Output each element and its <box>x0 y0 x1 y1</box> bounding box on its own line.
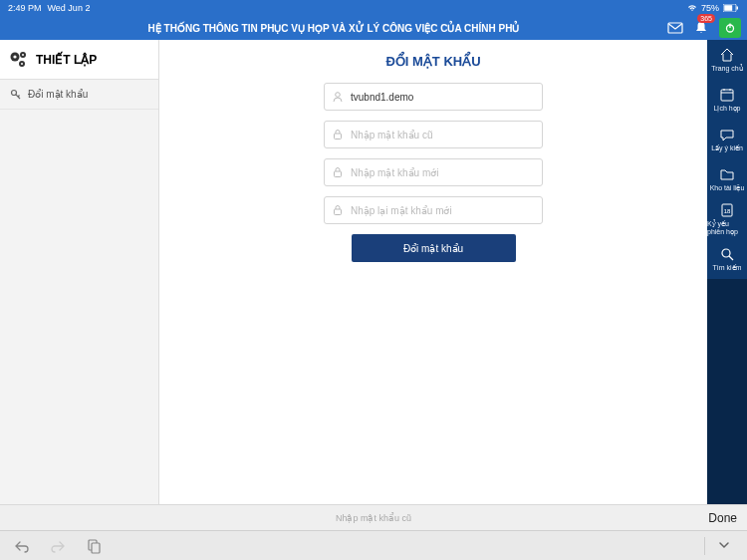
lock-icon <box>325 204 351 216</box>
username-input[interactable] <box>351 92 542 103</box>
hint-text: Nhập mật khẩu cũ <box>0 513 747 523</box>
power-button[interactable] <box>719 18 741 38</box>
main-content: ĐỔI MẬT KHẨU Đổi mật khẩu <box>159 40 707 504</box>
status-time: 2:49 PM <box>8 3 42 13</box>
svg-text:18: 18 <box>724 208 731 214</box>
rail-label: Tìm kiếm <box>713 264 742 272</box>
app-title: HỆ THỐNG THÔNG TIN PHỤC VỤ HỌP VÀ XỬ LÝ … <box>0 23 667 34</box>
folder-icon <box>719 166 735 182</box>
svg-point-9 <box>22 54 24 56</box>
svg-rect-16 <box>335 134 342 140</box>
right-rail: Trang chủ Lịch họp Lấy ý kiến Kho tài li… <box>707 40 747 504</box>
submit-button[interactable]: Đổi mật khẩu <box>352 234 516 262</box>
sidebar-title: THIẾT LẬP <box>36 53 97 67</box>
mail-icon[interactable] <box>667 20 683 36</box>
bell-icon[interactable]: 365 <box>693 20 709 36</box>
svg-point-15 <box>336 93 341 98</box>
hint-bar: Nhập mật khẩu cũ Done <box>0 504 747 530</box>
svg-point-11 <box>21 63 23 65</box>
chat-icon <box>719 127 735 142</box>
svg-rect-28 <box>92 543 100 553</box>
rail-label: Kỷ yếu phiên họp <box>707 220 747 236</box>
home-icon <box>719 47 735 63</box>
svg-line-26 <box>729 256 733 260</box>
battery-percent: 75% <box>701 3 719 13</box>
svg-rect-19 <box>721 90 733 101</box>
notification-badge: 365 <box>697 14 715 23</box>
new-password-input[interactable] <box>351 167 542 178</box>
new-password-field-wrapper <box>324 158 543 186</box>
rail-item-calendar[interactable]: Lịch họp <box>707 80 747 120</box>
svg-line-14 <box>18 95 20 97</box>
rail-label: Lấy ý kiến <box>711 144 743 152</box>
rail-spacer <box>707 279 747 504</box>
app-header: HỆ THỐNG THÔNG TIN PHỤC VỤ HỌP VÀ XỬ LÝ … <box>0 16 747 40</box>
bottom-toolbar <box>0 530 747 560</box>
rail-label: Lịch họp <box>713 105 740 113</box>
sidebar-item-change-password[interactable]: Đổi mật khẩu <box>0 80 158 110</box>
lock-icon <box>325 166 351 178</box>
svg-point-25 <box>722 249 730 257</box>
done-button[interactable]: Done <box>708 511 737 525</box>
page-title: ĐỔI MẬT KHẨU <box>385 54 480 69</box>
wifi-icon <box>687 4 697 12</box>
status-date: Wed Jun 2 <box>48 3 91 13</box>
username-field-wrapper <box>324 83 543 111</box>
battery-icon <box>723 4 739 12</box>
left-sidebar: THIẾT LẬP Đổi mật khẩu <box>0 40 159 504</box>
rail-item-minutes[interactable]: 18 Kỷ yếu phiên họp <box>707 199 747 239</box>
old-password-input[interactable] <box>351 130 542 140</box>
confirm-password-field-wrapper <box>324 196 543 224</box>
svg-point-7 <box>13 55 16 58</box>
divider <box>704 537 705 555</box>
clipboard-icon[interactable] <box>86 538 102 554</box>
redo-icon[interactable] <box>50 538 66 554</box>
old-password-field-wrapper <box>324 121 543 148</box>
user-icon <box>325 91 351 103</box>
status-bar: 2:49 PM Wed Jun 2 75% <box>0 0 747 16</box>
confirm-password-input[interactable] <box>351 205 542 216</box>
lock-icon <box>325 129 351 140</box>
chevron-down-icon[interactable] <box>717 538 733 554</box>
rail-item-documents[interactable]: Kho tài liệu <box>707 159 747 199</box>
doc-icon: 18 <box>719 202 735 218</box>
sidebar-title-row: THIẾT LẬP <box>0 40 158 80</box>
svg-rect-2 <box>737 7 739 10</box>
rail-item-search[interactable]: Tìm kiếm <box>707 239 747 279</box>
svg-rect-18 <box>335 209 342 215</box>
svg-rect-1 <box>724 5 732 11</box>
undo-icon[interactable] <box>14 538 30 554</box>
rail-item-feedback[interactable]: Lấy ý kiến <box>707 120 747 159</box>
rail-label: Kho tài liệu <box>710 184 745 192</box>
key-icon <box>10 89 22 101</box>
calendar-icon <box>719 87 735 103</box>
rail-item-home[interactable]: Trang chủ <box>707 40 747 80</box>
gears-icon <box>8 49 30 71</box>
sidebar-item-label: Đổi mật khẩu <box>28 89 88 100</box>
svg-rect-17 <box>335 171 342 177</box>
rail-label: Trang chủ <box>711 65 742 73</box>
search-icon <box>719 246 735 262</box>
